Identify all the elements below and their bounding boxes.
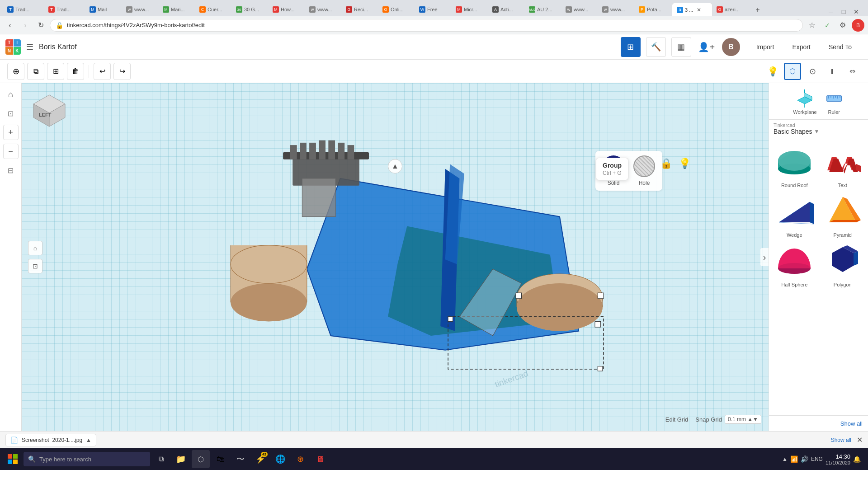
- zoom-in-button[interactable]: +: [3, 125, 19, 140]
- export-button[interactable]: Export: [788, 40, 814, 54]
- network-icon[interactable]: 📶: [790, 455, 798, 463]
- copy-button[interactable]: ⧉: [27, 63, 44, 80]
- tab-au2[interactable]: AU2 AU 2...: [525, 3, 561, 16]
- light-icon[interactable]: 💡: [679, 158, 691, 169]
- shapes-dropdown-arrow[interactable]: ▼: [814, 128, 820, 135]
- maximize-button[interactable]: □: [839, 7, 848, 16]
- tab-trad2[interactable]: T Trad...: [45, 3, 85, 16]
- shape-wedge[interactable]: Wedge: [773, 191, 816, 238]
- app8-taskbar[interactable]: ⊛: [291, 450, 309, 468]
- view-up-button[interactable]: ▲: [388, 159, 402, 174]
- minimize-button[interactable]: ─: [826, 7, 835, 16]
- forward-button[interactable]: ›: [19, 19, 32, 32]
- tab-pota[interactable]: P Pota...: [635, 3, 671, 16]
- shape-polygon[interactable]: Polygon: [821, 240, 864, 287]
- volume-icon[interactable]: 🔊: [801, 455, 808, 463]
- new-shape-button[interactable]: ⊕: [7, 63, 24, 80]
- header-menu-icon[interactable]: ☰: [26, 42, 33, 52]
- tab-reci[interactable]: G Reci...: [342, 3, 378, 16]
- tab-how[interactable]: M How...: [269, 3, 305, 16]
- taskview-button[interactable]: ⧉: [152, 450, 170, 468]
- tab-acti[interactable]: A Acti...: [489, 3, 525, 16]
- import-button[interactable]: Import: [753, 40, 778, 54]
- app7-taskbar[interactable]: 🌐: [271, 450, 289, 468]
- gallery-view-button[interactable]: ▦: [671, 37, 691, 57]
- select-tool-button[interactable]: ⬡: [784, 63, 801, 80]
- settings-button[interactable]: ⚙: [836, 19, 849, 32]
- store-taskbar[interactable]: 🛍: [212, 450, 230, 468]
- new-tab-button[interactable]: +: [751, 4, 764, 16]
- delete-button[interactable]: 🗑: [67, 63, 84, 80]
- notification-button[interactable]: 🔔: [853, 455, 861, 463]
- ruler-tool[interactable]: Ruler: [824, 88, 844, 115]
- start-button[interactable]: [4, 450, 22, 468]
- redo-button[interactable]: ↪: [113, 63, 131, 80]
- grid-view-button[interactable]: ⊞: [621, 37, 641, 57]
- fit-all-button[interactable]: ⊡: [28, 259, 42, 273]
- tab-free[interactable]: W Free: [415, 3, 452, 16]
- home-view-button[interactable]: ⌂: [28, 241, 42, 255]
- undo-button[interactable]: ↩: [94, 63, 111, 80]
- lock-icon[interactable]: 🔒: [660, 158, 672, 169]
- light-bulb-button[interactable]: 💡: [764, 63, 781, 80]
- tray-arrow[interactable]: ▲: [782, 456, 788, 462]
- tab-30g[interactable]: 30 30 G...: [232, 3, 269, 16]
- language-indicator[interactable]: ENG: [811, 456, 823, 462]
- clock[interactable]: 14:30 11/10/2020: [826, 453, 850, 465]
- svg-rect-71: [13, 454, 18, 459]
- profile-circle[interactable]: B: [722, 38, 740, 56]
- taskbar-search[interactable]: 🔍 Type here to search: [24, 452, 150, 466]
- reload-button[interactable]: ↻: [34, 19, 47, 32]
- send-to-button[interactable]: Send To: [825, 40, 855, 54]
- tab-www1[interactable]: w www...: [123, 3, 159, 16]
- tab-mail[interactable]: M Mail: [86, 3, 122, 16]
- snap-button[interactable]: ⫿: [824, 63, 841, 80]
- app5-taskbar[interactable]: 〜: [231, 450, 250, 468]
- shape-round-roof[interactable]: Round Roof: [773, 141, 816, 188]
- edit-grid-button[interactable]: Edit Grid: [665, 416, 689, 423]
- profile-avatar[interactable]: B: [852, 19, 864, 32]
- shape-half-sphere[interactable]: Half Sphere: [773, 240, 816, 287]
- tab-azeri[interactable]: G azeri...: [713, 3, 749, 16]
- file-explorer-taskbar[interactable]: 📁: [172, 450, 190, 468]
- panel-collapse-arrow[interactable]: ›: [760, 248, 769, 266]
- close-button[interactable]: ✕: [852, 7, 861, 16]
- tab-cuer[interactable]: C Cuer...: [196, 3, 232, 16]
- tab-mari[interactable]: M Mari...: [159, 3, 195, 16]
- svg-rect-13: [290, 145, 297, 160]
- tab-www3[interactable]: w www...: [562, 3, 598, 16]
- orientation-cube[interactable]: LEFT: [29, 90, 70, 131]
- shape-pyramid[interactable]: Pyramid: [821, 191, 864, 238]
- zoom-out-button[interactable]: −: [3, 144, 19, 159]
- workplane-tool[interactable]: Workplane: [793, 88, 816, 115]
- app9-taskbar[interactable]: 🖥: [311, 450, 329, 468]
- duplicate-button[interactable]: ⊞: [47, 63, 64, 80]
- bookmark-button[interactable]: ☆: [806, 19, 818, 32]
- address-bar[interactable]: 🔒 tinkercad.com/things/4V2zArSWy9m-boris…: [50, 19, 803, 32]
- tab-onli[interactable]: O Onli...: [379, 3, 415, 16]
- tab-trad1[interactable]: T Trad...: [4, 3, 44, 16]
- home-nav-button[interactable]: ⌂: [3, 87, 19, 102]
- tab-www4[interactable]: w www...: [599, 3, 635, 16]
- extensions-button[interactable]: ✓: [821, 19, 834, 32]
- hammer-view-button[interactable]: 🔨: [646, 37, 666, 57]
- download-item[interactable]: 📄 Screenshot_2020-1....jpg ▲: [5, 434, 96, 446]
- snap-grid-value[interactable]: 0.1 mm ▲▼: [725, 415, 761, 424]
- back-button[interactable]: ‹: [4, 19, 16, 32]
- layers-button[interactable]: ⊟: [3, 163, 19, 178]
- tab-active[interactable]: 3 3 ... ✕: [672, 3, 712, 16]
- hole-option[interactable]: Hole: [633, 155, 655, 186]
- tab-micr[interactable]: M Micr...: [452, 3, 488, 16]
- tab-www2[interactable]: w www...: [306, 3, 342, 16]
- download-expand-icon[interactable]: ▲: [86, 437, 91, 443]
- downloads-close-button[interactable]: ✕: [857, 436, 863, 444]
- badge-app-taskbar[interactable]: ⚡ 42: [251, 450, 269, 468]
- fit-view-button[interactable]: ⊡: [3, 106, 19, 121]
- steam-taskbar[interactable]: ⬡: [192, 450, 210, 468]
- mirror-button[interactable]: ⇔: [844, 63, 861, 80]
- add-person-button[interactable]: 👤+: [697, 37, 717, 57]
- downloads-show-all[interactable]: Show all: [831, 437, 851, 443]
- show-all-button[interactable]: Show all: [840, 420, 863, 427]
- shape-text[interactable]: Text: [821, 141, 864, 188]
- align-button[interactable]: ⊙: [804, 63, 821, 80]
